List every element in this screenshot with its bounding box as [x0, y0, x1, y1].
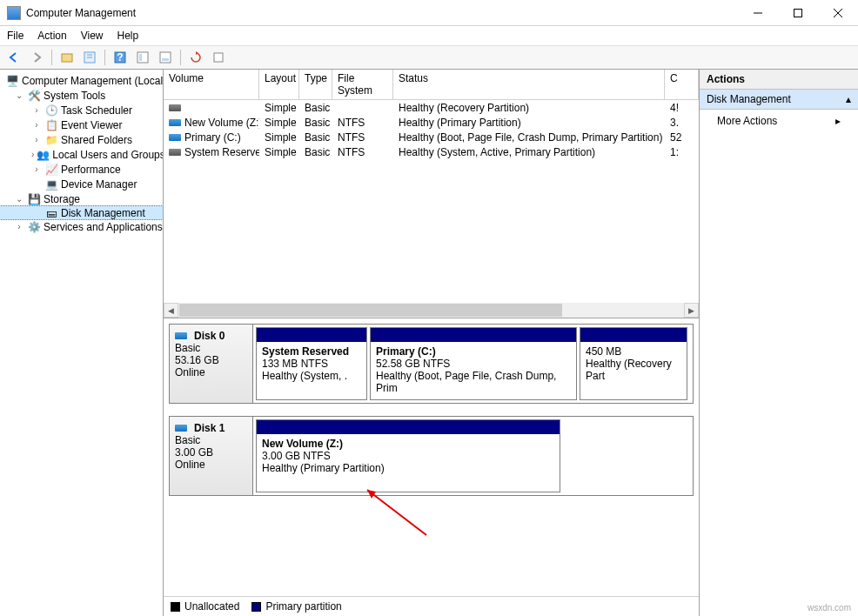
volume-row[interactable]: New Volume (Z:)SimpleBasicNTFSHealthy (P… — [164, 115, 699, 130]
maximize-button[interactable] — [778, 0, 818, 26]
collapse-icon[interactable]: ⌄ — [14, 90, 24, 100]
device-icon: 💻 — [44, 177, 58, 191]
volume-icon — [169, 134, 181, 141]
partition-health: Healthy (Boot, Page File, Crash Dump, Pr… — [376, 370, 571, 394]
toolbar: ? — [0, 45, 858, 70]
toolbar-btn-1[interactable] — [57, 48, 77, 67]
disk-map: Disk 0Basic53.16 GBOnlineSystem Reserved… — [164, 318, 699, 596]
partition-bar — [257, 420, 560, 434]
svg-rect-4 — [62, 54, 72, 62]
navigation-tree[interactable]: 🖥️Computer Management (Local ⌄🛠️System T… — [0, 70, 164, 616]
tree-root[interactable]: 🖥️Computer Management (Local — [0, 73, 163, 88]
partition-health: Healthy (System, . — [262, 370, 361, 382]
actions-section[interactable]: Disk Management ▴ — [700, 90, 858, 110]
volume-row[interactable]: Primary (C:)SimpleBasicNTFSHealthy (Boot… — [164, 130, 699, 144]
partition-bar — [580, 328, 687, 342]
disk-size: 3.00 GB — [175, 446, 247, 459]
refresh-icon[interactable] — [185, 48, 206, 67]
partition-title: Primary (C:) — [376, 345, 571, 358]
menu-view[interactable]: View — [81, 30, 104, 42]
help-icon[interactable]: ? — [110, 48, 131, 67]
minimize-button[interactable] — [738, 0, 778, 26]
menu-file[interactable]: File — [7, 30, 23, 42]
collapse-icon[interactable]: ⌄ — [14, 194, 24, 204]
partition[interactable]: 450 MBHealthy (Recovery Part — [580, 327, 687, 400]
toolbar-btn-5[interactable] — [155, 48, 176, 67]
expand-icon[interactable]: › — [31, 150, 34, 159]
clock-icon: 🕒 — [44, 104, 58, 117]
collapse-icon[interactable]: ▴ — [846, 93, 851, 105]
chevron-right-icon: ▸ — [835, 115, 841, 127]
tree-device-manager[interactable]: ›💻Device Manager — [0, 177, 163, 191]
svg-rect-1 — [794, 9, 802, 17]
expand-icon[interactable]: › — [14, 222, 24, 231]
tree-disk-management[interactable]: ›🖴Disk Management — [0, 205, 164, 220]
expand-icon[interactable]: › — [31, 120, 42, 130]
partition-title: System Reserved — [262, 345, 361, 358]
menu-help[interactable]: Help — [117, 30, 139, 42]
more-actions[interactable]: More Actions ▸ — [700, 110, 858, 132]
svg-text:?: ? — [117, 51, 123, 64]
toolbar-btn-2[interactable] — [79, 48, 100, 67]
expand-icon[interactable]: › — [31, 135, 42, 144]
tree-services[interactable]: ›⚙️Services and Applications — [0, 219, 163, 234]
disk-info[interactable]: Disk 1Basic3.00 GBOnline — [170, 417, 253, 495]
scroll-right-icon[interactable]: ▶ — [684, 303, 699, 318]
tools-icon: 🛠️ — [27, 89, 41, 103]
actions-pane: Actions Disk Management ▴ More Actions ▸ — [700, 70, 858, 616]
title-bar: Computer Management — [0, 0, 858, 26]
col-layout[interactable]: Layout — [259, 70, 299, 99]
col-filesystem[interactable]: File System — [332, 70, 393, 99]
col-type[interactable]: Type — [299, 70, 332, 99]
scroll-thumb[interactable] — [179, 304, 562, 317]
tree-task-scheduler[interactable]: ›🕒Task Scheduler — [0, 103, 163, 117]
disk-state: Online — [175, 459, 247, 471]
event-icon: 📋 — [44, 118, 58, 132]
users-icon: 👥 — [37, 148, 50, 162]
storage-icon: 💾 — [27, 192, 41, 206]
services-icon: ⚙️ — [27, 220, 41, 234]
volume-row[interactable]: SimpleBasicHealthy (Recovery Partition)4… — [164, 100, 699, 115]
expand-icon[interactable]: › — [31, 105, 42, 115]
partition-bar — [257, 328, 366, 342]
disk-info[interactable]: Disk 0Basic53.16 GBOnline — [170, 325, 253, 403]
volume-icon — [169, 149, 181, 156]
tree-event-viewer[interactable]: ›📋Event Viewer — [0, 117, 163, 132]
partition-size: 3.00 GB NTFS — [262, 450, 554, 462]
expand-icon[interactable]: › — [31, 164, 42, 174]
volume-row[interactable]: System ReservedSimpleBasicNTFSHealthy (S… — [164, 144, 699, 159]
disk-type: Basic — [175, 342, 247, 354]
disk-name: Disk 1 — [194, 422, 225, 434]
horizontal-scrollbar[interactable]: ◀ ▶ — [164, 303, 699, 318]
volume-icon — [169, 119, 181, 126]
col-capacity[interactable]: C — [665, 70, 699, 99]
tree-storage[interactable]: ⌄💾Storage — [0, 191, 163, 206]
disk-row[interactable]: Disk 0Basic53.16 GBOnlineSystem Reserved… — [169, 324, 694, 404]
back-button[interactable] — [3, 48, 24, 67]
forward-button[interactable] — [26, 48, 47, 67]
tree-system-tools[interactable]: ⌄🛠️System Tools — [0, 88, 163, 103]
tree-performance[interactable]: ›📈Performance — [0, 162, 163, 177]
partition[interactable]: New Volume (Z:)3.00 GB NTFSHealthy (Prim… — [256, 419, 560, 492]
legend: Unallocated Primary partition — [164, 596, 699, 616]
partition-title: New Volume (Z:) — [262, 438, 554, 450]
toolbar-btn-4[interactable] — [132, 48, 153, 67]
partition[interactable]: Primary (C:)52.58 GB NTFSHealthy (Boot, … — [370, 327, 577, 400]
tree-local-users[interactable]: ›👥Local Users and Groups — [0, 147, 163, 162]
col-volume[interactable]: Volume — [164, 70, 259, 99]
actions-header: Actions — [700, 70, 858, 90]
scroll-left-icon[interactable]: ◀ — [164, 303, 178, 318]
volume-list: Volume Layout Type File System Status C … — [164, 70, 699, 318]
disk-icon — [175, 425, 187, 432]
volume-list-header: Volume Layout Type File System Status C — [164, 70, 699, 100]
disk-icon — [175, 332, 187, 339]
legend-unallocated: Unallocated — [171, 600, 239, 613]
partition[interactable]: System Reserved133 MB NTFSHealthy (Syste… — [256, 327, 367, 400]
toolbar-btn-7[interactable] — [208, 48, 229, 67]
col-status[interactable]: Status — [393, 70, 665, 99]
menu-action[interactable]: Action — [37, 30, 66, 42]
tree-shared-folders[interactable]: ›📁Shared Folders — [0, 132, 163, 147]
disk-row[interactable]: Disk 1Basic3.00 GBOnlineNew Volume (Z:)3… — [169, 416, 694, 496]
close-button[interactable] — [818, 0, 858, 26]
svg-rect-11 — [139, 54, 142, 61]
